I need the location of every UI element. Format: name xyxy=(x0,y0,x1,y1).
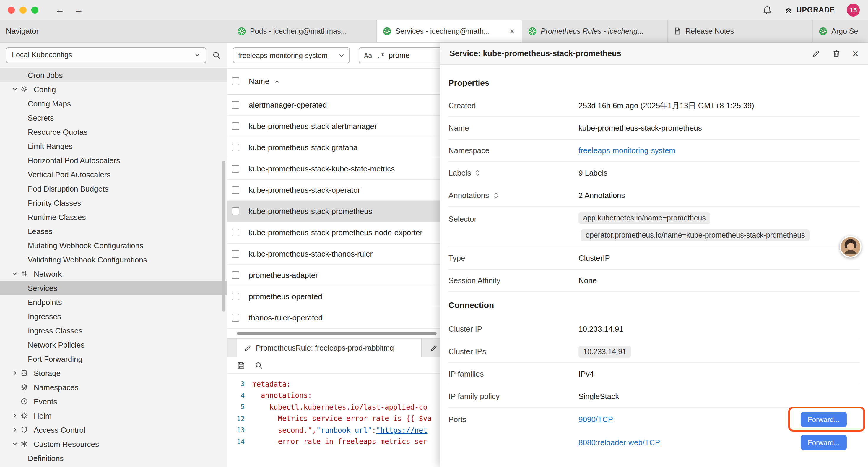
table-row[interactable]: thanos-ruler-operated xyxy=(227,308,440,329)
row-checkbox[interactable] xyxy=(231,165,239,173)
row-checkbox[interactable] xyxy=(231,101,239,109)
chevron-down-icon xyxy=(194,52,200,58)
table-row[interactable]: kube-prometheus-stack-operator xyxy=(227,180,440,201)
detail-row-labels: Labels 9 Labels xyxy=(448,162,860,184)
row-checkbox[interactable] xyxy=(231,293,239,300)
name-column-header[interactable]: Name xyxy=(249,77,280,86)
sidebar-item-secrets[interactable]: Secrets xyxy=(0,111,227,125)
row-checkbox[interactable] xyxy=(231,271,239,279)
table-row[interactable]: kube-prometheus-stack-alertmanager xyxy=(227,116,440,137)
trash-icon[interactable] xyxy=(832,49,841,58)
sidebar-item-cron-jobs[interactable]: Cron Jobs xyxy=(0,68,227,82)
kubeconfig-selector-dropdown[interactable]: Local Kubeconfigs xyxy=(6,47,206,63)
minimize-window-button[interactable] xyxy=(20,6,27,13)
sidebar-item-ingress-classes[interactable]: Ingress Classes xyxy=(0,323,227,338)
row-checkbox[interactable] xyxy=(231,122,239,130)
row-checkbox[interactable] xyxy=(231,207,239,215)
close-icon[interactable]: × xyxy=(508,26,516,36)
sidebar-item-definitions[interactable]: Definitions xyxy=(0,451,227,465)
edit-pencil-icon[interactable] xyxy=(812,49,821,58)
tab-strip: Navigator Pods - icecheng@mathmas... Ser… xyxy=(0,20,868,42)
tab-services[interactable]: Services - icecheng@math... × xyxy=(377,20,522,42)
sidebar-item-priority-classes[interactable]: Priority Classes xyxy=(0,196,227,210)
sidebar-item-pod-disruption-budgets[interactable]: Pod Disruption Budgets xyxy=(0,181,227,196)
sidebar-scrollbar[interactable] xyxy=(222,161,225,312)
row-checkbox[interactable] xyxy=(231,250,239,258)
notification-count-badge[interactable]: 15 xyxy=(847,4,860,17)
sidebar-item-runtime-classes[interactable]: Runtime Classes xyxy=(0,210,227,224)
chevron-down-icon xyxy=(12,271,21,276)
editor-tab-partial[interactable] xyxy=(422,339,440,357)
sidebar-item-resource-quotas[interactable]: Resource Quotas xyxy=(0,125,227,139)
sidebar-item-config-maps[interactable]: Config Maps xyxy=(0,96,227,111)
forward-button[interactable]: Forward... xyxy=(801,412,847,427)
sidebar-item-network-policies[interactable]: Network Policies xyxy=(0,338,227,352)
sidebar-item-custom-resources[interactable]: Custom Resources xyxy=(0,437,227,451)
horizontal-scrollbar[interactable] xyxy=(237,332,437,335)
expand-collapse-icon[interactable] xyxy=(493,192,498,199)
match-case-toggle[interactable]: Aa xyxy=(364,51,372,59)
tab-release-notes[interactable]: Release Notes xyxy=(668,20,813,42)
user-avatar[interactable] xyxy=(840,236,862,258)
sidebar-item-endpoints[interactable]: Endpoints xyxy=(0,295,227,309)
sidebar-item-vertical-pod-autoscalers[interactable]: Vertical Pod Autoscalers xyxy=(0,167,227,181)
sidebar-item-validating-webhook-configurations[interactable]: Validating Webhook Configurations xyxy=(0,253,227,267)
port-link[interactable]: 8080:reloader-web/TCP xyxy=(579,438,660,447)
upgrade-button[interactable]: UPGRADE xyxy=(784,6,835,14)
sidebar-item-network[interactable]: Network xyxy=(0,267,227,281)
close-icon[interactable]: × xyxy=(852,48,859,59)
namespace-filter-dropdown[interactable]: freeleaps-monitoring-system xyxy=(233,47,350,63)
namespace-filter-value: freeleaps-monitoring-system xyxy=(238,51,328,59)
port-link[interactable]: 9090/TCP xyxy=(579,415,613,424)
bell-icon[interactable] xyxy=(762,5,772,15)
sidebar-item-access-control[interactable]: Access Control xyxy=(0,423,227,437)
table-row[interactable]: alertmanager-operated xyxy=(227,95,440,116)
sort-ascending-icon xyxy=(274,78,280,84)
kubernetes-cluster-icon xyxy=(528,27,536,35)
sidebar-item-storage[interactable]: Storage xyxy=(0,366,227,380)
table-row[interactable]: kube-prometheus-stack-prometheus-node-ex… xyxy=(227,222,440,243)
table-row[interactable]: prometheus-operated xyxy=(227,286,440,308)
search-input[interactable] xyxy=(389,51,430,59)
table-row[interactable]: kube-prometheus-stack-grafana xyxy=(227,137,440,158)
table-row[interactable]: prometheus-adapter xyxy=(227,265,440,286)
line-number: 12 xyxy=(227,415,252,423)
table-row-selected[interactable]: kube-prometheus-stack-prometheus xyxy=(227,201,440,222)
regex-toggle[interactable]: .* xyxy=(376,51,385,59)
sidebar-item-helm[interactable]: Helm xyxy=(0,408,227,423)
forward-arrow-icon[interactable]: → xyxy=(74,0,83,20)
sidebar-item-horizontal-pod-autoscalers[interactable]: Horizontal Pod Autoscalers xyxy=(0,153,227,167)
back-arrow-icon[interactable]: ← xyxy=(55,0,64,20)
yaml-editor[interactable]: 3 metadata: 4 annotations: 5 kubectl.kub… xyxy=(227,374,440,447)
expand-collapse-icon[interactable] xyxy=(475,169,481,177)
search-icon[interactable] xyxy=(212,51,221,59)
namespace-link[interactable]: freeleaps-monitoring-system xyxy=(579,146,675,155)
search-icon[interactable] xyxy=(255,361,263,369)
table-row[interactable]: kube-prometheus-stack-kube-state-metrics xyxy=(227,158,440,180)
editor-tab-prometheusrule[interactable]: PrometheusRule: freeleaps-prod-rabbitmq xyxy=(237,339,422,357)
save-icon[interactable] xyxy=(237,361,245,369)
sidebar-item-services[interactable]: Services xyxy=(0,281,227,295)
row-checkbox[interactable] xyxy=(231,314,239,322)
kubernetes-cluster-icon xyxy=(819,27,827,35)
sidebar-item-limit-ranges[interactable]: Limit Ranges xyxy=(0,139,227,153)
sidebar-item-mutating-webhook-configurations[interactable]: Mutating Webhook Configurations xyxy=(0,238,227,253)
table-row[interactable]: kube-prometheus-stack-thanos-ruler xyxy=(227,243,440,265)
row-checkbox[interactable] xyxy=(231,186,239,194)
row-checkbox[interactable] xyxy=(231,144,239,151)
sidebar-item-config[interactable]: Config xyxy=(0,82,227,96)
select-all-checkbox[interactable] xyxy=(231,78,239,85)
maximize-window-button[interactable] xyxy=(31,6,38,13)
sidebar-item-leases[interactable]: Leases xyxy=(0,224,227,238)
row-checkbox[interactable] xyxy=(231,229,239,236)
sidebar-item-port-forwarding[interactable]: Port Forwarding xyxy=(0,352,227,366)
sidebar-item-ingresses[interactable]: Ingresses xyxy=(0,309,227,323)
tab-pods[interactable]: Pods - icecheng@mathmas... xyxy=(231,20,377,42)
forward-button[interactable]: Forward... xyxy=(801,435,847,450)
tab-prometheus-rules[interactable]: Prometheus Rules - icecheng... xyxy=(522,20,668,42)
port-entry: 9090/TCP Forward... xyxy=(579,408,860,431)
sidebar-item-namespaces[interactable]: Namespaces xyxy=(0,380,227,394)
tab-argo[interactable]: Argo Se xyxy=(813,20,868,42)
close-window-button[interactable] xyxy=(8,6,15,13)
sidebar-item-events[interactable]: Events xyxy=(0,394,227,408)
